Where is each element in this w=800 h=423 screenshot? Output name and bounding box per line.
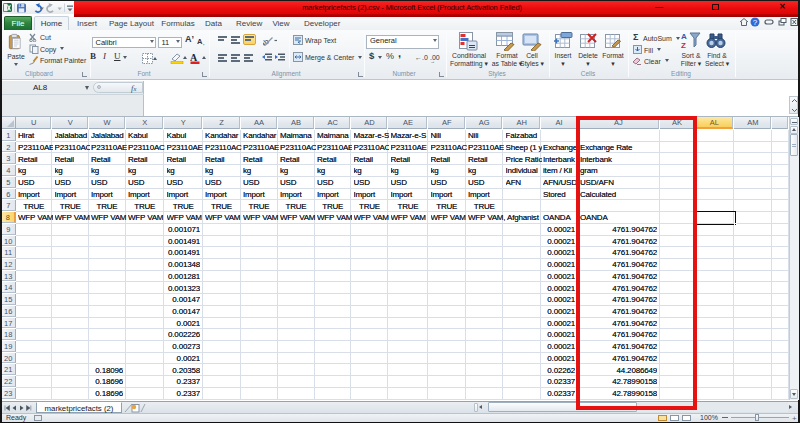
svg-text:ab: ab — [263, 37, 271, 46]
svg-text:A: A — [190, 52, 198, 63]
svg-text:?: ? — [753, 18, 758, 27]
svg-text:A: A — [681, 32, 687, 41]
svg-text:←.0: ←.0 — [415, 54, 428, 61]
svg-text:→: → — [430, 58, 435, 63]
svg-text:Z: Z — [681, 41, 686, 50]
